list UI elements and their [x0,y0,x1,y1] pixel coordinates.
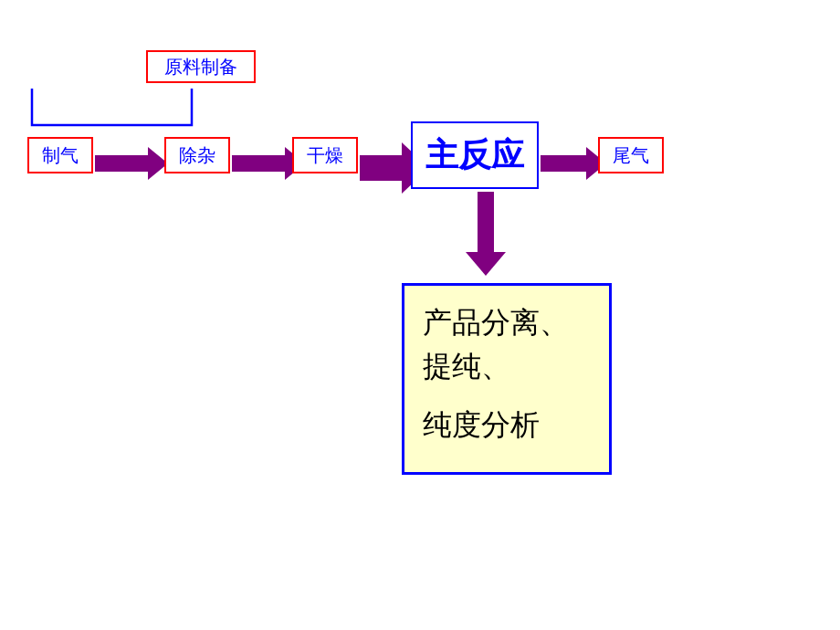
brace [27,84,358,134]
chanpin-line2: 提纯、 [423,344,591,388]
zhufanying-box: 主反应 [411,121,539,189]
chanpin-line4: 纯度分析 [423,403,591,446]
yuanliao-box: 原料制备 [146,50,256,83]
ganzao-box: 干燥 [292,137,358,173]
zhiqi-box: 制气 [27,137,93,173]
weiqi-box: 尾气 [598,137,664,173]
arrow-zhiqi-chuza [95,147,168,180]
arrow-zhu-chanpin [466,192,506,276]
diagram: 原料制备 制气 除杂 干燥 主反应 尾气 产品分离 [0,0,840,630]
chanpin-line3 [423,388,591,403]
arrow-zhu-weiqi [541,147,606,180]
chuza-box: 除杂 [164,137,230,173]
chanpin-line1: 产品分离、 [423,300,591,344]
chanpin-box: 产品分离、 提纯、 纯度分析 [402,283,612,475]
